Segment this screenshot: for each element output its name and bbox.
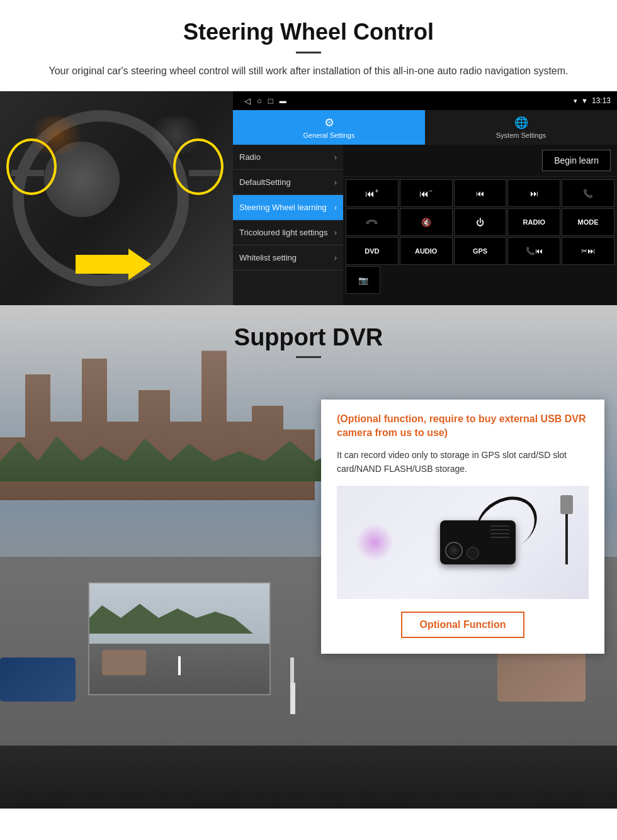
chevron-icon-default: › bbox=[334, 178, 337, 187]
dvr-inset-photo bbox=[88, 582, 271, 695]
ctrl-btn-gps[interactable]: GPS bbox=[454, 237, 507, 265]
ctrl-btn-mode[interactable]: MODE bbox=[562, 208, 614, 236]
system-settings-icon: 🌐 bbox=[514, 116, 528, 130]
road-line-1 bbox=[290, 658, 294, 683]
ctrl-btn-prev[interactable]: ⏮ bbox=[454, 179, 507, 207]
dvr-title-divider bbox=[296, 356, 321, 358]
signal-icon: ▼ bbox=[581, 97, 588, 104]
ctrl-row-3: DVD AUDIO GPS 📞⏮ ✂⏭ bbox=[346, 237, 614, 265]
steering-wheel-image bbox=[0, 91, 233, 305]
prev-icon: ⏮ bbox=[476, 189, 484, 198]
ctrl-btn-call-prev[interactable]: 📞⏮ bbox=[507, 237, 560, 265]
dvr-optional-text: (Optional function, require to buy exter… bbox=[337, 412, 589, 440]
usb-plug bbox=[560, 495, 573, 514]
road-line-2 bbox=[290, 683, 295, 714]
vol-down-icon: ⏮− bbox=[419, 188, 433, 199]
steering-section: Steering Wheel Control Your original car… bbox=[0, 0, 617, 79]
control-buttons-grid: ⏮+ ⏮− ⏮ ⏭ 📞 📞 🔇 ⏻ RADIO MODE bbox=[343, 177, 617, 296]
ctrl-btn-vol-up[interactable]: ⏮+ bbox=[346, 179, 399, 207]
dvr-camera-lens-secondary bbox=[467, 547, 479, 559]
ctrl-btn-vol-down[interactable]: ⏮− bbox=[400, 179, 453, 207]
car-left bbox=[0, 658, 76, 702]
tab-system-settings[interactable]: 🌐 System Settings bbox=[425, 110, 617, 145]
dvr-camera-image-area bbox=[337, 486, 589, 599]
ctrl-btn-radio[interactable]: RADIO bbox=[507, 208, 560, 236]
inset-car bbox=[102, 650, 146, 675]
steering-title: Steering Wheel Control bbox=[25, 19, 592, 45]
instrument-glow-right bbox=[145, 116, 208, 154]
chevron-icon-tricoloured: › bbox=[334, 228, 337, 237]
audio-label: AUDIO bbox=[415, 247, 437, 255]
gps-label: GPS bbox=[473, 247, 487, 255]
cut-next-icon: ✂⏭ bbox=[581, 247, 595, 255]
hangup-icon: 📞 bbox=[365, 215, 379, 229]
tab-general-label: General Settings bbox=[303, 132, 355, 139]
next-icon: ⏭ bbox=[530, 189, 538, 198]
chevron-icon-steering: › bbox=[334, 203, 337, 212]
android-tabs: ⚙ General Settings 🌐 System Settings bbox=[233, 110, 617, 145]
statusbar-time: 13:13 bbox=[592, 96, 611, 105]
title-divider bbox=[296, 52, 321, 53]
dvr-section: Support DVR (Optional function, require … bbox=[0, 305, 617, 809]
car-right bbox=[497, 651, 586, 702]
home-icon: ○ bbox=[257, 96, 262, 106]
ctrl-btn-next[interactable]: ⏭ bbox=[507, 179, 560, 207]
steering-subtitle: Your original car's steering wheel contr… bbox=[25, 64, 592, 79]
tab-system-label: System Settings bbox=[496, 132, 546, 139]
begin-learn-button[interactable]: Begin learn bbox=[542, 150, 611, 171]
menu-item-radio[interactable]: Radio › bbox=[233, 145, 343, 170]
wifi-icon: ▾ bbox=[574, 97, 577, 105]
menu-whitelist-label: Whitelist setting bbox=[239, 253, 297, 262]
ctrl-btn-mute[interactable]: 🔇 bbox=[400, 208, 453, 236]
chevron-icon-whitelist: › bbox=[334, 254, 337, 262]
optional-function-container: Optional Function bbox=[337, 608, 589, 638]
ctrl-row-4: 📷 bbox=[346, 266, 614, 294]
menu-item-defaultsetting[interactable]: DefaultSetting › bbox=[233, 170, 343, 195]
ctrl-btn-camera[interactable]: 📷 bbox=[346, 266, 380, 294]
recents-icon: □ bbox=[268, 96, 273, 106]
ctrl-row-1: ⏮+ ⏮− ⏮ ⏭ 📞 bbox=[346, 179, 614, 207]
inset-road-line bbox=[178, 656, 181, 675]
menu-item-whitelist[interactable]: Whitelist setting › bbox=[233, 245, 343, 271]
menu-radio-label: Radio bbox=[239, 152, 261, 162]
controls-panel: Begin learn ⏮+ ⏮− ⏮ ⏭ 📞 📞 🔇 bbox=[343, 145, 617, 305]
call-prev-icon: 📞⏮ bbox=[526, 247, 543, 255]
vol-up-icon: ⏮+ bbox=[365, 188, 378, 199]
menu-tricoloured-label: Tricoloured light settings bbox=[239, 228, 327, 237]
dvr-camera-lens-main bbox=[445, 542, 463, 559]
usb-cable-vertical bbox=[565, 514, 568, 564]
ctrl-btn-cut-next[interactable]: ✂⏭ bbox=[562, 237, 614, 265]
ctrl-btn-power[interactable]: ⏻ bbox=[454, 208, 507, 236]
ctrl-btn-audio[interactable]: AUDIO bbox=[400, 237, 453, 265]
usb-connector-area bbox=[560, 495, 573, 564]
call-icon: 📞 bbox=[583, 189, 593, 198]
dvd-label: DVD bbox=[365, 247, 379, 255]
menu-item-tricoloured[interactable]: Tricoloured light settings › bbox=[233, 220, 343, 245]
optional-function-button[interactable]: Optional Function bbox=[401, 612, 525, 638]
tab-general-settings[interactable]: ⚙ General Settings bbox=[233, 110, 425, 145]
chevron-icon-radio: › bbox=[334, 153, 337, 162]
ctrl-btn-call[interactable]: 📞 bbox=[562, 179, 614, 207]
ctrl-btn-hangup[interactable]: 📞 bbox=[346, 208, 399, 236]
statusbar-nav-icons: ◁ ○ □ ▬ bbox=[244, 96, 286, 106]
menu-default-label: DefaultSetting bbox=[239, 177, 291, 187]
ctrl-btn-dvd[interactable]: DVD bbox=[346, 237, 399, 265]
instrument-glow-left bbox=[25, 116, 88, 154]
mode-label: MODE bbox=[578, 218, 599, 226]
steering-demo-block: ◁ ○ □ ▬ ▾ ▼ 13:13 ⚙ General Settings 🌐 S… bbox=[0, 91, 617, 305]
android-panel: ◁ ○ □ ▬ ▾ ▼ 13:13 ⚙ General Settings 🌐 S… bbox=[233, 91, 617, 305]
dvr-description: It can record video only to storage in G… bbox=[337, 448, 589, 476]
menu-item-steering-wheel[interactable]: Steering Wheel learning › bbox=[233, 195, 343, 220]
settings-menu: Radio › DefaultSetting › Steering Wheel … bbox=[233, 145, 343, 305]
power-icon: ⏻ bbox=[476, 218, 484, 227]
radio-label: RADIO bbox=[523, 218, 545, 226]
android-body: Radio › DefaultSetting › Steering Wheel … bbox=[233, 145, 617, 305]
ctrl-row-2: 📞 🔇 ⏻ RADIO MODE bbox=[346, 208, 614, 236]
menu-steering-label: Steering Wheel learning bbox=[239, 203, 327, 212]
dvr-info-box: (Optional function, require to buy exter… bbox=[321, 400, 604, 654]
camera-icon: 📷 bbox=[358, 276, 368, 285]
back-icon: ◁ bbox=[244, 96, 251, 106]
mute-icon: 🔇 bbox=[421, 218, 431, 227]
general-settings-icon: ⚙ bbox=[324, 116, 334, 130]
begin-learn-row: Begin learn bbox=[343, 145, 617, 177]
